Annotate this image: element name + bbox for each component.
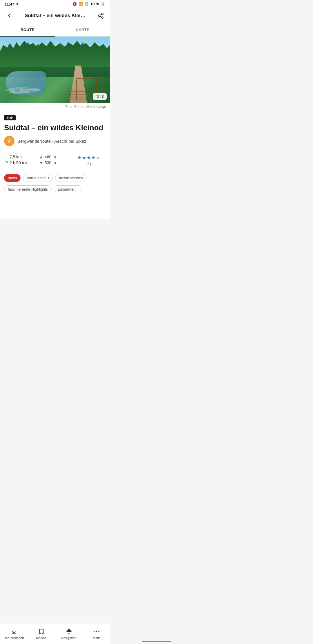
- more-tags-row: faszinierende Highlights Einsamreit...: [4, 185, 106, 196]
- route-type-row: Bergwanderroute · Aeschi bei Spiez: [4, 136, 106, 146]
- time-display: 11:47: [5, 2, 14, 6]
- battery-icon: 🔋: [101, 2, 105, 6]
- tags-row: mittel Von A nach B aussichtsreich: [4, 170, 106, 185]
- route-location: Aeschi bei Spiez: [54, 139, 86, 144]
- duration-value: 2 h 50 min: [10, 160, 28, 165]
- back-button[interactable]: [4, 10, 14, 21]
- scenery-tag[interactable]: aussichtsreich: [55, 174, 86, 182]
- share-button[interactable]: [96, 10, 106, 21]
- hiker-icon: [4, 136, 14, 146]
- distance-icon: ↔: [4, 155, 8, 159]
- ascent-icon: ▲: [39, 155, 43, 159]
- star-1: ★: [77, 155, 81, 160]
- wifi-icon: 📶: [79, 2, 83, 6]
- distance-value: 7,5 km: [10, 155, 22, 159]
- svg-point-1: [99, 15, 100, 17]
- photo-count-number: 3: [102, 94, 104, 99]
- photo-credit-text: Foto: Berner Wanderwege: [65, 105, 106, 109]
- mute-icon: 🔇: [72, 2, 77, 6]
- star-4: ★: [91, 155, 95, 160]
- solitude-tag[interactable]: Einsamreit...: [54, 185, 82, 192]
- elevation-col: ▲ 460 m ▼ 530 m: [36, 155, 71, 166]
- tab-karte[interactable]: KARTE: [55, 23, 110, 36]
- photo-credit: Foto: Berner Wanderwege: [0, 103, 110, 110]
- status-time: 11:47 ⊖: [5, 2, 18, 6]
- highlights-tag[interactable]: faszinierende Highlights: [4, 185, 52, 192]
- top-nav-bar: Suldtal – ein wildes Klei…: [0, 8, 110, 23]
- photo-count-badge[interactable]: 3: [93, 93, 107, 100]
- stats-grid: ↔ 7,5 km ⏱ 2 h 50 min ▲ 460 m ▼ 530 m ★: [0, 151, 110, 170]
- route-title: Suldtal – ein wildes Kleinod: [4, 123, 106, 132]
- distance-col: ↔ 7,5 km ⏱ 2 h 50 min: [4, 155, 36, 166]
- svg-point-2: [102, 17, 103, 18]
- duration-icon: ⏱: [4, 160, 8, 165]
- star-5: ★: [96, 155, 100, 160]
- alarm-icon: ⏰: [85, 2, 89, 6]
- route-type: Bergwanderroute: [17, 139, 51, 144]
- star-3: ★: [87, 155, 91, 160]
- stars-row: ★ ★ ★ ★ ★: [77, 155, 100, 160]
- svg-point-0: [102, 13, 103, 15]
- star-2: ★: [82, 155, 86, 160]
- descent-value: 530 m: [45, 160, 56, 165]
- svg-point-6: [97, 96, 99, 98]
- route-type-tag[interactable]: Von A nach B: [23, 174, 53, 182]
- svg-point-7: [9, 139, 10, 140]
- rating-col: ★ ★ ★ ★ ★ (1): [71, 155, 106, 166]
- page-title: Suldtal – ein wildes Klei…: [14, 13, 96, 19]
- difficulty-tag[interactable]: mittel: [4, 174, 21, 182]
- ascent-value: 460 m: [45, 155, 56, 159]
- battery-display: 100%: [90, 2, 99, 6]
- tab-bar: ROUTE KARTE: [0, 23, 110, 37]
- tab-route[interactable]: ROUTE: [0, 23, 55, 36]
- route-type-text: Bergwanderroute · Aeschi bei Spiez: [17, 139, 86, 144]
- dnd-icon: ⊖: [15, 2, 18, 6]
- hero-image[interactable]: 3: [0, 37, 110, 103]
- status-icons: 🔇 📶 ⏰ 100% 🔋: [72, 2, 105, 6]
- status-bar: 11:47 ⊖ 🔇 📶 ⏰ 100% 🔋: [0, 0, 110, 8]
- route-content: TOP Suldtal – ein wildes Kleinod Bergwan…: [0, 110, 110, 219]
- top-badge: TOP: [4, 115, 16, 120]
- svg-line-3: [100, 16, 102, 17]
- descent-icon: ▼: [39, 160, 43, 165]
- rating-count: (1): [86, 162, 91, 166]
- svg-line-4: [100, 14, 102, 15]
